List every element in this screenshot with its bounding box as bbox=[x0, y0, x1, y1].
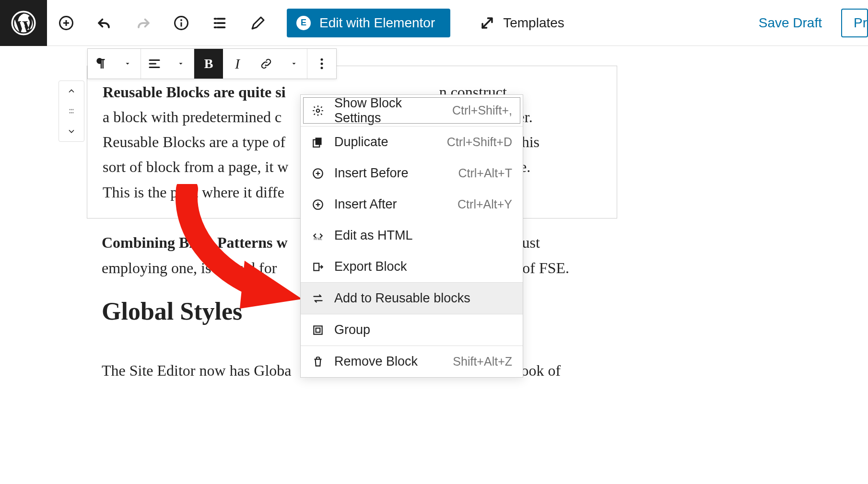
svg-point-13 bbox=[317, 109, 320, 112]
templates-icon bbox=[479, 15, 495, 31]
svg-point-7 bbox=[69, 112, 70, 114]
menu-insert-after[interactable]: Insert After Ctrl+Alt+Y bbox=[301, 189, 523, 220]
gear-icon bbox=[312, 104, 324, 117]
align-dropdown[interactable] bbox=[167, 49, 194, 79]
align-icon bbox=[147, 57, 162, 71]
link-button[interactable] bbox=[252, 49, 281, 79]
wordpress-icon bbox=[11, 11, 36, 35]
insert-after-icon bbox=[312, 198, 324, 211]
redo-button[interactable] bbox=[124, 0, 162, 46]
block-inserter-button[interactable] bbox=[47, 0, 85, 46]
more-rich-text-dropdown[interactable] bbox=[281, 49, 307, 79]
svg-point-3 bbox=[180, 19, 182, 21]
svg-point-11 bbox=[321, 63, 323, 65]
list-icon bbox=[211, 14, 228, 32]
heading-block[interactable]: Global Styles bbox=[102, 297, 242, 325]
caret-down-icon bbox=[124, 60, 131, 67]
trash-icon bbox=[312, 356, 324, 368]
svg-point-10 bbox=[321, 58, 323, 61]
info-button[interactable] bbox=[162, 0, 200, 46]
block-options-dropdown: Show Block Settings Ctrl+Shift+, Duplica… bbox=[300, 94, 523, 378]
menu-export-block[interactable]: Export Block bbox=[301, 251, 523, 282]
svg-point-6 bbox=[72, 109, 74, 110]
plus-circle-icon bbox=[58, 14, 75, 32]
group-icon bbox=[312, 324, 324, 336]
svg-point-4 bbox=[69, 109, 70, 110]
preview-button[interactable]: Pr bbox=[841, 9, 868, 37]
chevron-up-icon bbox=[67, 86, 76, 96]
move-down-button[interactable] bbox=[59, 121, 84, 141]
bold-text: Reusable Blocks are quite si bbox=[103, 83, 286, 101]
elementor-label: Edit with Elementor bbox=[319, 15, 435, 31]
svg-point-5 bbox=[71, 109, 72, 110]
save-draft-button[interactable]: Save Draft bbox=[759, 15, 822, 31]
menu-remove-block[interactable]: Remove Block Shift+Alt+Z bbox=[301, 346, 523, 377]
svg-rect-19 bbox=[314, 263, 319, 270]
align-button[interactable] bbox=[141, 49, 167, 79]
block-toolbar: B I bbox=[87, 48, 337, 79]
ellipsis-vertical-icon bbox=[315, 57, 329, 71]
caret-down-icon bbox=[177, 60, 184, 67]
link-icon bbox=[259, 57, 273, 70]
paragraph-icon bbox=[94, 57, 108, 71]
block-mover bbox=[59, 81, 84, 142]
svg-text:HTML: HTML bbox=[314, 237, 322, 240]
duplicate-icon bbox=[312, 136, 324, 149]
chevron-down-icon bbox=[67, 127, 76, 136]
edit-mode-button[interactable] bbox=[239, 0, 277, 46]
bold-button[interactable]: B bbox=[194, 49, 223, 79]
elementor-icon: E bbox=[296, 16, 311, 30]
drag-handle[interactable] bbox=[59, 101, 84, 121]
svg-rect-14 bbox=[316, 138, 322, 145]
menu-add-reusable-blocks[interactable]: Add to Reusable blocks bbox=[301, 283, 523, 314]
templates-button[interactable]: Templates bbox=[479, 15, 564, 31]
svg-point-8 bbox=[71, 112, 72, 114]
info-icon bbox=[173, 14, 190, 32]
italic-button[interactable]: I bbox=[223, 49, 252, 79]
block-type-dropdown[interactable] bbox=[114, 49, 141, 79]
block-type-button[interactable] bbox=[88, 49, 114, 79]
more-options-button[interactable] bbox=[307, 49, 336, 79]
menu-duplicate[interactable]: Duplicate Ctrl+Shift+D bbox=[301, 127, 523, 158]
templates-label: Templates bbox=[503, 15, 564, 31]
reusable-icon bbox=[312, 292, 324, 305]
menu-edit-html[interactable]: HTML Edit as HTML bbox=[301, 220, 523, 251]
pencil-icon bbox=[249, 14, 267, 32]
editor-top-toolbar: E Edit with Elementor Templates Save Dra… bbox=[0, 0, 868, 46]
menu-show-block-settings[interactable]: Show Block Settings Ctrl+Shift+, bbox=[301, 95, 523, 126]
export-icon bbox=[312, 261, 324, 273]
svg-point-12 bbox=[321, 67, 323, 69]
move-up-button[interactable] bbox=[59, 81, 84, 101]
wordpress-logo[interactable] bbox=[0, 0, 47, 46]
svg-rect-20 bbox=[314, 326, 322, 334]
undo-button[interactable] bbox=[85, 0, 124, 46]
redo-icon bbox=[134, 14, 152, 32]
caret-down-icon bbox=[291, 60, 297, 67]
list-view-button[interactable] bbox=[200, 0, 239, 46]
menu-insert-before[interactable]: Insert Before Ctrl+Alt+T bbox=[301, 158, 523, 189]
drag-icon bbox=[67, 106, 76, 116]
undo-icon bbox=[96, 14, 113, 32]
edit-with-elementor-button[interactable]: E Edit with Elementor bbox=[287, 9, 450, 37]
html-icon: HTML bbox=[312, 230, 324, 242]
menu-group[interactable]: Group bbox=[301, 314, 523, 346]
insert-before-icon bbox=[312, 167, 324, 180]
svg-point-9 bbox=[72, 112, 74, 114]
svg-rect-21 bbox=[316, 328, 320, 332]
